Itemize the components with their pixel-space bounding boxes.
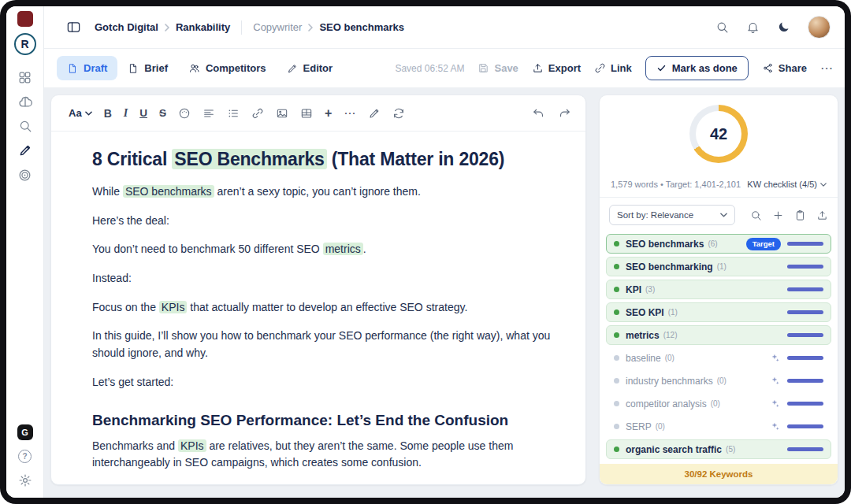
breadcrumb-org[interactable]: Gotch Digital: [95, 21, 158, 33]
score-section: 42 1,579 words • Target: 1,401-2,101 KW …: [600, 95, 838, 198]
keyword-row[interactable]: industry benchmarks (0): [606, 371, 831, 391]
link-button[interactable]: Link: [594, 62, 632, 74]
copy-keywords-button[interactable]: [794, 209, 806, 221]
keyword-name: SERP: [626, 421, 652, 432]
header-search-button[interactable]: [715, 20, 729, 34]
tab-competitors[interactable]: Competitors: [178, 56, 277, 80]
align-button[interactable]: [203, 107, 215, 120]
paragraph[interactable]: Benchmarks and KPIs are relatives, but t…: [92, 438, 567, 472]
top-header: Gotch Digital Rankability Copywriter SEO…: [44, 6, 845, 49]
keyword-status-dot: [614, 378, 619, 384]
keyword-row[interactable]: SEO benchmarks (6) Target: [606, 234, 831, 254]
insert-table-button[interactable]: [300, 107, 313, 120]
insert-image-button[interactable]: [276, 107, 288, 120]
keyword-search-button[interactable]: [750, 209, 762, 221]
keyword-row[interactable]: competitor analysis (0): [606, 394, 831, 413]
export-button[interactable]: Export: [532, 62, 581, 74]
check-icon: [656, 63, 667, 73]
breadcrumb-section[interactable]: Copywriter: [253, 21, 302, 33]
chevron-down-icon: [720, 213, 727, 217]
help-button[interactable]: ?: [18, 450, 32, 463]
sidebar-item-research[interactable]: [15, 94, 35, 109]
breadcrumb-app[interactable]: Rankability: [176, 21, 230, 33]
user-avatar[interactable]: [808, 16, 831, 39]
tab-brief[interactable]: Brief: [117, 56, 178, 80]
italic-button[interactable]: I: [124, 107, 128, 120]
sidebar-toggle[interactable]: [63, 20, 84, 35]
sidebar-item-dashboard[interactable]: [15, 69, 35, 85]
keyword-row[interactable]: SERP (0): [606, 417, 831, 436]
editor-content[interactable]: 8 Critical SEO Benchmarks (That Matter i…: [51, 132, 585, 485]
paragraph[interactable]: Let’s get started:: [92, 374, 567, 391]
undo-button[interactable]: [532, 106, 545, 120]
app-badge[interactable]: [17, 11, 33, 27]
keyword-status-dot: [614, 264, 619, 269]
paragraph[interactable]: Here’s the deal:: [92, 213, 567, 230]
strikethrough-button[interactable]: S: [159, 107, 166, 119]
rankability-logo[interactable]: R: [14, 33, 36, 55]
paragraph[interactable]: Instead:: [92, 270, 567, 287]
link-icon: [251, 107, 264, 120]
paragraph[interactable]: Focus on the KPIs that actually matter t…: [92, 299, 567, 317]
bold-button[interactable]: B: [104, 107, 112, 120]
keyword-progress-bar: [787, 242, 823, 246]
section-heading[interactable]: Benchmarking SEO Performance: Let’s End …: [92, 412, 567, 429]
people-icon: [188, 62, 200, 74]
keyword-row[interactable]: KPI (3): [606, 280, 831, 299]
keyword-row[interactable]: metrics (12): [606, 325, 831, 345]
export-icon: [532, 62, 544, 74]
notifications-button[interactable]: [746, 20, 760, 34]
settings-button[interactable]: [15, 472, 35, 488]
link-label: Link: [611, 62, 632, 74]
underline-button[interactable]: U: [139, 107, 147, 119]
insert-link-button[interactable]: [251, 107, 264, 120]
kw-checklist-toggle[interactable]: KW checklist (4/5): [747, 180, 827, 189]
keyword-row[interactable]: SEO benchmarking (1): [606, 257, 831, 276]
refresh-button[interactable]: [392, 107, 405, 120]
keyword-count: (0): [717, 376, 727, 385]
ai-suggest-button[interactable]: [770, 398, 780, 409]
keyword-row[interactable]: SEO KPI (1): [606, 302, 831, 322]
export-keywords-button[interactable]: [816, 209, 828, 221]
logo-letter: R: [20, 38, 28, 50]
save-button[interactable]: Save: [478, 62, 518, 74]
ai-suggest-button[interactable]: [770, 376, 780, 386]
dark-mode-toggle[interactable]: [777, 20, 790, 34]
insert-block-button[interactable]: +: [325, 106, 332, 120]
keyword-name: industry benchmarks: [626, 376, 713, 387]
toolbar-more-button[interactable]: ⋯: [344, 106, 356, 120]
keyword-status-dot: [614, 447, 619, 452]
paragraph[interactable]: In this guide, I’ll show you how to benc…: [92, 328, 567, 361]
workspace-badge[interactable]: G: [17, 424, 33, 440]
keyword-name: KPI: [626, 284, 641, 295]
redo-button[interactable]: [558, 106, 571, 120]
sidebar-item-editor[interactable]: [15, 143, 35, 158]
list-button[interactable]: [227, 107, 240, 120]
ai-suggest-button[interactable]: [770, 421, 780, 432]
tab-draft[interactable]: Draft: [57, 56, 117, 80]
text-color-button[interactable]: [178, 107, 191, 120]
paragraph[interactable]: Let’s clear it up:: [92, 484, 567, 485]
text-style-dropdown[interactable]: Aa: [69, 107, 92, 119]
highlighter-button[interactable]: [368, 107, 381, 120]
ai-suggest-button[interactable]: [770, 353, 780, 363]
paragraph[interactable]: While SEO benchmarks aren’t a sexy topic…: [92, 183, 567, 201]
more-actions-button[interactable]: ⋯: [820, 61, 834, 76]
share-button[interactable]: Share: [762, 62, 807, 74]
sidebar-item-optimize[interactable]: [15, 167, 35, 183]
document-title[interactable]: 8 Critical SEO Benchmarks (That Matter i…: [92, 149, 567, 170]
add-keyword-button[interactable]: [772, 209, 784, 221]
breadcrumb-page[interactable]: SEO benchmarks: [319, 21, 404, 33]
keyword-row[interactable]: organic search traffic (5): [606, 439, 831, 459]
sort-select[interactable]: Sort by: Relevance: [609, 205, 735, 225]
marker-pen-icon: [368, 107, 381, 120]
paragraph[interactable]: You don’t need to benchmark 50 different…: [92, 241, 567, 258]
keyword-row[interactable]: baseline (0): [606, 348, 831, 368]
sidebar-item-search[interactable]: [15, 118, 35, 134]
export-label: Export: [548, 62, 581, 74]
tab-editor[interactable]: Editor: [277, 56, 344, 80]
link-icon: [594, 62, 606, 74]
mark-as-done-button[interactable]: Mark as done: [645, 56, 749, 80]
breadcrumb-divider: [241, 20, 242, 35]
document-icon: [128, 63, 139, 74]
